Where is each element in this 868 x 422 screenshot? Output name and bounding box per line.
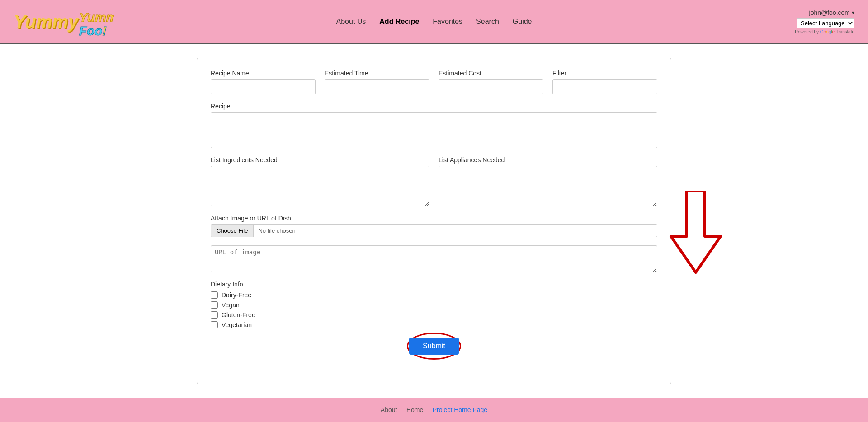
- vegan-checkbox[interactable]: [211, 301, 218, 309]
- dietary-info-label: Dietary Info: [211, 281, 657, 288]
- vegetarian-item: Vegetarian: [211, 321, 657, 328]
- arrow-annotation: [662, 191, 730, 281]
- header-right: john@foo.com Select Language Powered by …: [795, 9, 854, 34]
- vegetarian-label: Vegetarian: [222, 321, 252, 328]
- user-dropdown[interactable]: john@foo.com: [809, 9, 854, 16]
- recipe-textarea[interactable]: [211, 112, 657, 148]
- main-content: Recipe Name Estimated Time Estimated Cos…: [0, 44, 868, 398]
- gluten-free-checkbox[interactable]: [211, 311, 218, 319]
- dietary-info-section: Dietary Info Dairy-Free Vegan Gluten-Fre…: [211, 281, 657, 328]
- language-select[interactable]: Select Language: [797, 18, 854, 28]
- estimated-time-input[interactable]: [325, 79, 429, 94]
- dairy-free-label: Dairy-Free: [222, 291, 251, 299]
- main-nav: About Us Add Recipe Favorites Search Gui…: [336, 18, 532, 26]
- logo-svg: Yummy Foo!: [78, 5, 114, 38]
- estimated-cost-label: Estimated Cost: [439, 70, 543, 77]
- gluten-free-label: Gluten-Free: [222, 311, 255, 319]
- nav-guide[interactable]: Guide: [513, 18, 532, 26]
- vegan-item: Vegan: [211, 301, 657, 309]
- recipe-name-input[interactable]: [211, 79, 316, 94]
- powered-by-text: Powered by Google Translate: [795, 29, 854, 34]
- translate-widget: Select Language Powered by Google Transl…: [795, 18, 854, 34]
- svg-marker-2: [671, 191, 721, 272]
- ingredients-label: List Ingredients Needed: [211, 156, 429, 164]
- dairy-free-checkbox[interactable]: [211, 291, 218, 299]
- footer-project-home[interactable]: Project Home Page: [433, 406, 487, 413]
- nav-about[interactable]: About Us: [336, 18, 366, 26]
- recipe-name-group: Recipe Name: [211, 70, 316, 94]
- ingredients-group: List Ingredients Needed: [211, 156, 429, 206]
- filter-group: Filter: [552, 70, 657, 94]
- nav-favorites[interactable]: Favorites: [433, 18, 462, 26]
- appliances-textarea[interactable]: [439, 166, 657, 206]
- add-recipe-form: Recipe Name Estimated Time Estimated Cos…: [197, 58, 671, 384]
- recipe-label: Recipe: [211, 103, 657, 110]
- file-input-row: Choose File No file chosen: [211, 224, 657, 237]
- recipe-name-label: Recipe Name: [211, 70, 316, 77]
- site-header: Yummy Yummy Foo! About Us Add Recipe Fav…: [0, 0, 868, 43]
- logo-yummy: Yummy: [14, 13, 78, 31]
- filter-input[interactable]: [552, 79, 657, 94]
- attach-image-label: Attach Image or URL of Dish: [211, 215, 657, 222]
- footer-about[interactable]: About: [381, 406, 397, 413]
- logo: Yummy Yummy Foo!: [14, 5, 114, 38]
- filter-label: Filter: [552, 70, 657, 77]
- nav-add-recipe[interactable]: Add Recipe: [379, 18, 419, 26]
- form-row-2: List Ingredients Needed List Appliances …: [211, 156, 657, 206]
- choose-file-button[interactable]: Choose File: [211, 225, 254, 237]
- dairy-free-item: Dairy-Free: [211, 291, 657, 299]
- submit-area: Submit: [211, 338, 657, 355]
- recipe-group: Recipe: [211, 103, 657, 148]
- nav-search[interactable]: Search: [476, 18, 499, 26]
- appliances-label: List Appliances Needed: [439, 156, 657, 164]
- vegetarian-checkbox[interactable]: [211, 321, 218, 328]
- url-image-textarea[interactable]: [211, 245, 657, 272]
- estimated-time-group: Estimated Time: [325, 70, 429, 94]
- svg-text:Foo!: Foo!: [79, 24, 107, 38]
- ingredients-textarea[interactable]: [211, 166, 429, 206]
- svg-text:Yummy: Yummy: [79, 10, 114, 24]
- url-image-group: [211, 245, 657, 272]
- estimated-cost-input[interactable]: [439, 79, 543, 94]
- attach-image-group: Attach Image or URL of Dish Choose File …: [211, 215, 657, 237]
- footer-home[interactable]: Home: [406, 406, 423, 413]
- estimated-cost-group: Estimated Cost: [439, 70, 543, 94]
- submit-button[interactable]: Submit: [409, 338, 459, 355]
- form-row-1: Recipe Name Estimated Time Estimated Cos…: [211, 70, 657, 94]
- site-footer: About Home Project Home Page: [0, 398, 868, 422]
- vegan-label: Vegan: [222, 301, 240, 309]
- gluten-free-item: Gluten-Free: [211, 311, 657, 319]
- appliances-group: List Appliances Needed: [439, 156, 657, 206]
- estimated-time-label: Estimated Time: [325, 70, 429, 77]
- file-chosen-text: No file chosen: [254, 225, 300, 237]
